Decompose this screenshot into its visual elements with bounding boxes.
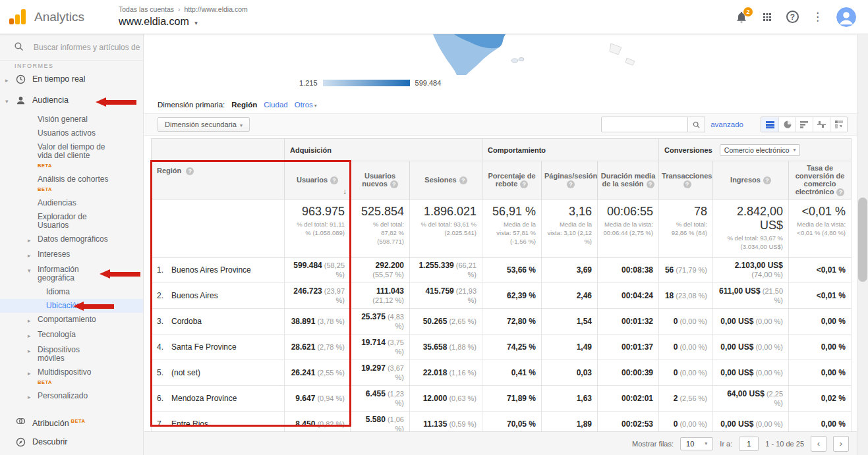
- sidebar-item-idioma[interactable]: Idioma: [0, 285, 143, 299]
- column-header-duracion-media-de-la-sesion[interactable]: Duración media de la sesión?: [598, 161, 659, 200]
- column-header-transacciones[interactable]: Transacciones?: [659, 161, 713, 200]
- region-name[interactable]: Cordoba: [171, 317, 202, 326]
- sidebar-item-label: Datos demográficos: [38, 235, 108, 244]
- sidebar-item-multidispositivo[interactable]: ▸MultidispositivoBETA: [0, 365, 143, 389]
- help-icon[interactable]: ?: [520, 180, 528, 188]
- rows-per-page-select[interactable]: 10 ▾: [680, 437, 713, 450]
- region-name[interactable]: (not set): [171, 368, 200, 377]
- percentage-view-icon[interactable]: [778, 117, 796, 132]
- help-icon[interactable]: ?: [836, 188, 844, 196]
- chevron-right-icon[interactable]: ▸: [28, 368, 38, 378]
- table-view-icon[interactable]: [761, 117, 778, 132]
- sidebar-item-usuarios-activos[interactable]: Usuarios activos: [0, 126, 143, 140]
- column-label[interactable]: Usuarios: [297, 176, 328, 184]
- sidebar-item-ubicacion[interactable]: Ubicación: [0, 299, 143, 313]
- avatar[interactable]: [836, 7, 856, 27]
- column-header-ingresos[interactable]: Ingresos?: [713, 161, 789, 200]
- chevron-down-icon[interactable]: ▾: [28, 265, 38, 275]
- summary-metric: 2.842,00 US$% del total: 93,67 % (3.034,…: [713, 200, 789, 257]
- dimension-option-otros[interactable]: Otros▾: [295, 101, 317, 109]
- vertical-scrollbar[interactable]: [857, 34, 868, 455]
- sidebar-item-intereses[interactable]: ▸Intereses: [0, 248, 143, 263]
- help-icon[interactable]: ?: [683, 180, 691, 188]
- next-page-button[interactable]: ›: [833, 436, 849, 452]
- help-icon[interactable]: ?: [763, 176, 771, 184]
- column-label[interactable]: Páginas/sesión: [544, 172, 597, 180]
- metric-percent: (1,23 %): [386, 390, 404, 407]
- column-header-paginas-sesion[interactable]: Páginas/sesión?: [542, 161, 598, 200]
- column-label[interactable]: Porcentaje de rebote: [488, 172, 535, 188]
- sidebar-item-personalizado[interactable]: ▸Personalizado: [0, 389, 143, 404]
- sort-desc-icon[interactable]: ↓: [343, 187, 347, 195]
- region-name[interactable]: Buenos Aires: [171, 291, 218, 300]
- pivot-view-icon[interactable]: [830, 117, 847, 132]
- goto-page-input[interactable]: [739, 437, 759, 451]
- sidebar-item-analisis-de-cohortes[interactable]: Análisis de cohortesBETA: [0, 173, 143, 196]
- help-icon[interactable]: ?: [459, 176, 467, 184]
- sidebar-item-audiencias[interactable]: Audiencias: [0, 196, 143, 210]
- sidebar-item-informacion-geografica[interactable]: ▾Información geográfica: [0, 263, 143, 285]
- column-header-sesiones[interactable]: Sesiones?: [410, 161, 482, 200]
- chevron-right-icon[interactable]: ▸: [28, 346, 38, 356]
- sidebar-item-atribucion[interactable]: AtribuciónBETA: [0, 412, 143, 433]
- sidebar-item-valor-del-tiempo-de-vida-del-cliente[interactable]: Valor del tiempo de vida del clienteBETA: [0, 140, 143, 173]
- region-name[interactable]: Santa Fe Province: [171, 342, 237, 352]
- geo-map-section: 1.215 599.484: [144, 34, 857, 95]
- chevron-right-icon[interactable]: ▸: [5, 75, 15, 85]
- region-name[interactable]: Mendoza Province: [171, 394, 237, 403]
- column-header-usuarios-nuevos[interactable]: Usuarios nuevos?: [351, 161, 410, 200]
- chevron-right-icon[interactable]: ▸: [28, 250, 38, 260]
- notifications-button[interactable]: 2: [735, 11, 748, 24]
- performance-view-icon[interactable]: [796, 117, 813, 132]
- sidebar-item-datos-demograficos[interactable]: ▸Datos demográficos: [0, 232, 143, 248]
- chevron-right-icon[interactable]: ▸: [28, 315, 38, 325]
- help-icon[interactable]: ?: [186, 167, 194, 175]
- column-label[interactable]: Ingresos: [730, 176, 761, 184]
- region-name[interactable]: Buenos Aires Province: [171, 265, 251, 275]
- column-label[interactable]: Sesiones: [424, 176, 456, 184]
- comparison-view-icon[interactable]: [813, 117, 830, 132]
- sidebar-item-comportamiento[interactable]: ▸Comportamiento: [0, 313, 143, 328]
- chevron-right-icon[interactable]: ▸: [28, 235, 38, 245]
- column-label[interactable]: Transacciones: [662, 172, 712, 180]
- table-search-input[interactable]: [601, 117, 688, 132]
- secondary-dimension-button[interactable]: Dimensión secundaria ▾: [158, 117, 250, 132]
- sidebar-item-descubrir[interactable]: Descubrir: [0, 433, 143, 454]
- prev-page-button[interactable]: ‹: [811, 436, 826, 452]
- sidebar-item-explorador-de-usuarios[interactable]: Explorador de Usuarios: [0, 210, 143, 232]
- more-menu-button[interactable]: ⋮: [812, 10, 823, 24]
- report-search[interactable]: Buscar informes y artículos de: [0, 34, 143, 61]
- sidebar-item-tecnologia[interactable]: ▸Tecnología: [0, 328, 143, 343]
- scrollbar-thumb[interactable]: [858, 198, 867, 282]
- help-icon[interactable]: ?: [647, 180, 654, 188]
- dimension-option-region[interactable]: Región: [231, 101, 257, 109]
- account-selector[interactable]: www.eldia.com ▾: [119, 15, 248, 28]
- chevron-right-icon[interactable]: ▸: [28, 331, 38, 340]
- column-header-tasa-de-conversion-de-comercio-electronico[interactable]: Tasa de conversión de comercio electróni…: [789, 161, 852, 200]
- breadcrumb-root[interactable]: Todas las cuentas: [119, 5, 174, 13]
- sidebar-item-dispositivos-moviles[interactable]: ▸Dispositivos móviles: [0, 343, 143, 365]
- column-header-usuarios[interactable]: Usuarios?↓: [285, 161, 351, 200]
- sidebar-item-en-tiempo-real[interactable]: ▸En tiempo real: [0, 70, 143, 92]
- help-icon[interactable]: ?: [390, 180, 398, 188]
- chevron-down-icon[interactable]: ▾: [5, 96, 15, 106]
- help-button[interactable]: ?: [786, 11, 799, 23]
- group-adquisicion: Adquisición: [285, 139, 482, 161]
- sidebar-item-audiencia[interactable]: ▾Audiencia: [0, 92, 143, 113]
- column-header-porcentaje-de-rebote[interactable]: Porcentaje de rebote?: [482, 161, 542, 200]
- ecommerce-selector[interactable]: Comercio electrónico ▾: [720, 144, 801, 156]
- column-header-region[interactable]: Región ?: [152, 161, 285, 200]
- dimension-option-ciudad[interactable]: Ciudad: [264, 101, 287, 109]
- chevron-right-icon[interactable]: ▸: [28, 392, 38, 402]
- apps-grid-button[interactable]: [761, 11, 773, 23]
- breadcrumb-path[interactable]: http://www.eldia.com: [184, 5, 247, 13]
- analytics-logo-icon[interactable]: [9, 9, 29, 25]
- help-icon[interactable]: ?: [330, 176, 338, 184]
- help-icon[interactable]: ?: [567, 180, 575, 188]
- breadcrumb[interactable]: Todas las cuentas › http://www.eldia.com: [119, 5, 248, 14]
- argentina-map[interactable]: [415, 34, 652, 78]
- sidebar-item-vision-general[interactable]: Visión general: [0, 113, 143, 126]
- table-search-button[interactable]: [688, 117, 705, 132]
- advanced-link[interactable]: avanzado: [710, 120, 743, 128]
- region-name[interactable]: Entre Rios: [171, 419, 208, 429]
